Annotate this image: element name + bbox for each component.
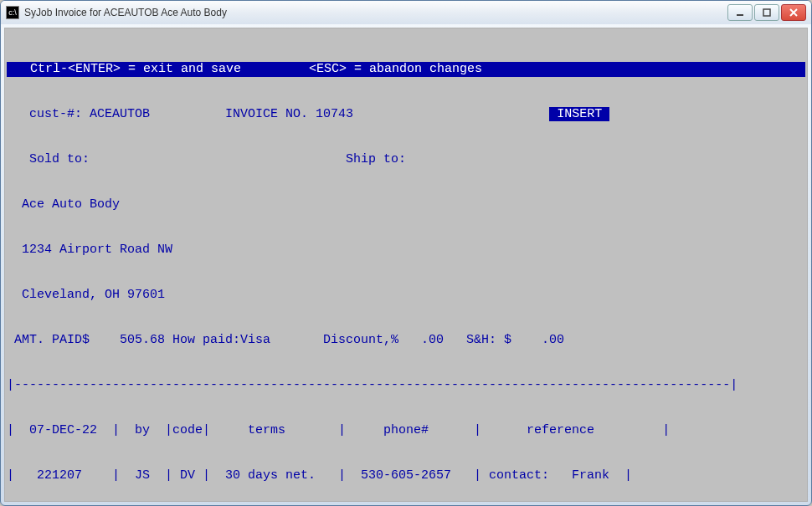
terminal-area[interactable]: Ctrl-<ENTER> = exit and save <ESC> = aba…	[4, 28, 808, 502]
close-button[interactable]	[781, 4, 806, 21]
addr-line-2: 1234 Airport Road NW	[7, 243, 805, 258]
meta-rule-top: |---------------------------------------…	[7, 378, 805, 393]
addr-line-1: Ace Auto Body	[7, 197, 805, 212]
minimize-button[interactable]	[727, 4, 753, 21]
maximize-button[interactable]	[754, 4, 779, 21]
invoice-header-line: cust-#: ACEAUTOB INVOICE NO. 10743 INSER…	[7, 107, 805, 122]
sold-ship-labels: Sold to: Ship to:	[7, 152, 805, 167]
app-icon: c:\	[6, 6, 19, 19]
addr-line-3: Cleveland, OH 97601	[7, 288, 805, 303]
insert-mode-indicator: INSERT	[549, 107, 609, 121]
window-frame: c:\ SyJob Invoice for ACEAUTOB Ace Auto …	[0, 0, 812, 506]
svg-rect-1	[763, 9, 770, 16]
titlebar[interactable]: c:\ SyJob Invoice for ACEAUTOB Ace Auto …	[1, 1, 811, 24]
meta-value-row: | 221207 | JS | DV | 30 days net. | 530-…	[7, 468, 805, 483]
hint-bar: Ctrl-<ENTER> = exit and save <ESC> = aba…	[7, 62, 805, 77]
window-title: SyJob Invoice for ACEAUTOB Ace Auto Body	[24, 7, 227, 18]
meta-header-row: | 07-DEC-22 | by |code| terms | phone# |…	[7, 423, 805, 438]
amount-paid-line: AMT. PAID$ 505.68 How paid:Visa Discount…	[7, 333, 805, 348]
